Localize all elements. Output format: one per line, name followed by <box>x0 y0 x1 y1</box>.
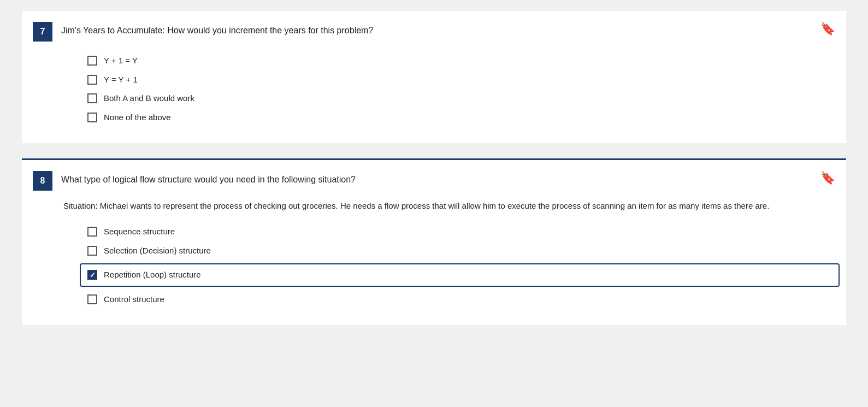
page-container: 7 Jim's Years to Accumulate: How would y… <box>0 0 868 340</box>
checkbox-q7d[interactable] <box>87 113 97 122</box>
bookmark-icon-8[interactable]: 🔖 <box>820 169 835 187</box>
question-block-8: 8 What type of logical flow structure wo… <box>22 158 846 325</box>
option-q8d[interactable]: Control structure <box>87 293 833 306</box>
option-label-q7b: Y = Y + 1 <box>104 74 138 86</box>
question-text-8: What type of logical flow structure woul… <box>61 171 833 186</box>
option-label-q8a: Sequence structure <box>104 226 175 238</box>
checkbox-q7b[interactable] <box>87 75 97 85</box>
checkbox-q8d[interactable] <box>87 294 97 304</box>
option-q7b[interactable]: Y = Y + 1 <box>87 74 833 86</box>
option-q8b[interactable]: Selection (Decision) structure <box>87 245 833 257</box>
checkbox-q8b[interactable] <box>87 246 97 256</box>
options-container-7: Y + 1 = Y Y = Y + 1 Both A and B would w… <box>22 50 846 143</box>
option-label-q7c: Both A and B would work <box>104 92 194 105</box>
option-q7c[interactable]: Both A and B would work <box>87 92 833 105</box>
checkbox-q7c[interactable] <box>87 93 97 103</box>
option-label-q7d: None of the above <box>104 111 171 124</box>
question-text-7: Jim's Years to Accumulate: How would you… <box>61 22 833 37</box>
bookmark-icon-7[interactable]: 🔖 <box>820 20 835 38</box>
question-block-7: 7 Jim's Years to Accumulate: How would y… <box>22 11 846 143</box>
question-number-8: 8 <box>33 171 52 191</box>
option-q8a[interactable]: Sequence structure <box>87 226 833 238</box>
option-label-q8d: Control structure <box>104 293 164 306</box>
question-header-7: 7 Jim's Years to Accumulate: How would y… <box>22 11 846 50</box>
option-q7a[interactable]: Y + 1 = Y <box>87 55 833 67</box>
option-label-q7a: Y + 1 = Y <box>104 55 138 67</box>
question-header-8: 8 What type of logical flow structure wo… <box>22 160 846 199</box>
option-q8c[interactable]: Repetition (Loop) structure <box>80 263 840 287</box>
checkbox-q8a[interactable] <box>87 227 97 237</box>
option-label-q8b: Selection (Decision) structure <box>104 245 211 257</box>
question-number-7: 7 <box>33 22 52 42</box>
checkbox-q7a[interactable] <box>87 56 97 66</box>
option-q7d[interactable]: None of the above <box>87 111 833 124</box>
question-subtext-8: Situation: Michael wants to represent th… <box>22 199 846 221</box>
options-container-8: Sequence structure Selection (Decision) … <box>22 221 846 325</box>
checkbox-q8c[interactable] <box>87 270 97 280</box>
option-label-q8c: Repetition (Loop) structure <box>104 269 201 281</box>
divider <box>22 148 846 158</box>
